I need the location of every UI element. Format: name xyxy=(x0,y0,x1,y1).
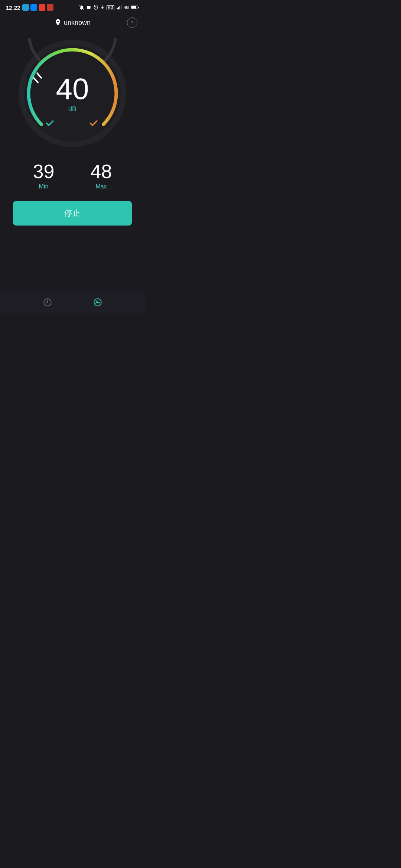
header: unknown ? xyxy=(0,15,145,30)
mic-icon xyxy=(100,5,105,10)
gauge-value: 40 xyxy=(56,74,89,104)
gauge-center: 40 dB xyxy=(56,74,89,113)
min-label: Min xyxy=(33,183,55,190)
help-button[interactable]: ? xyxy=(127,17,137,28)
status-time: 12:22 xyxy=(6,4,20,11)
battery-icon xyxy=(131,5,139,10)
max-label: Max xyxy=(91,183,112,190)
svg-rect-3 xyxy=(119,6,120,10)
help-icon: ? xyxy=(131,20,134,26)
svg-rect-4 xyxy=(121,5,121,9)
notification-icon xyxy=(79,5,84,10)
location-icon xyxy=(54,19,62,27)
min-value: 39 xyxy=(33,162,55,181)
max-stat: 48 Max xyxy=(91,162,112,190)
svg-rect-6 xyxy=(138,7,138,8)
vibrate-icon xyxy=(86,5,91,10)
stats-row: 39 Min 48 Max xyxy=(0,153,145,197)
bottom-nav xyxy=(0,291,145,313)
location-container: unknown xyxy=(54,19,91,27)
svg-rect-1 xyxy=(117,8,117,9)
stop-button-container: 停止 xyxy=(0,197,145,229)
app-icon-red xyxy=(47,4,53,11)
gauge-unit: dB xyxy=(56,105,89,113)
app-icon-telegram xyxy=(22,4,29,11)
max-value: 48 xyxy=(91,162,112,181)
signal-icon xyxy=(116,5,122,10)
gauge-wrapper: // We draw ticks in SVG using transform … xyxy=(17,38,128,149)
svg-rect-7 xyxy=(131,6,136,9)
history-nav-button[interactable] xyxy=(42,297,53,308)
gauge-container: // We draw ticks in SVG using transform … xyxy=(0,30,145,153)
svg-rect-2 xyxy=(118,7,119,9)
network-badge: 4G xyxy=(124,6,129,10)
app-icon-toutiao xyxy=(39,4,45,11)
app-icon-zhihu xyxy=(30,4,37,11)
hd-badge: HD xyxy=(107,5,114,10)
meter-nav-button[interactable] xyxy=(92,297,103,308)
stop-button[interactable]: 停止 xyxy=(13,201,132,226)
status-bar: 12:22 HD xyxy=(0,0,145,13)
alarm-icon xyxy=(93,5,98,10)
history-icon xyxy=(43,297,52,307)
app-icons xyxy=(22,4,53,11)
min-stat: 39 Min xyxy=(33,162,55,190)
meter-icon xyxy=(93,297,102,307)
status-icons: HD 4G xyxy=(79,5,139,10)
location-text: unknown xyxy=(64,19,91,27)
